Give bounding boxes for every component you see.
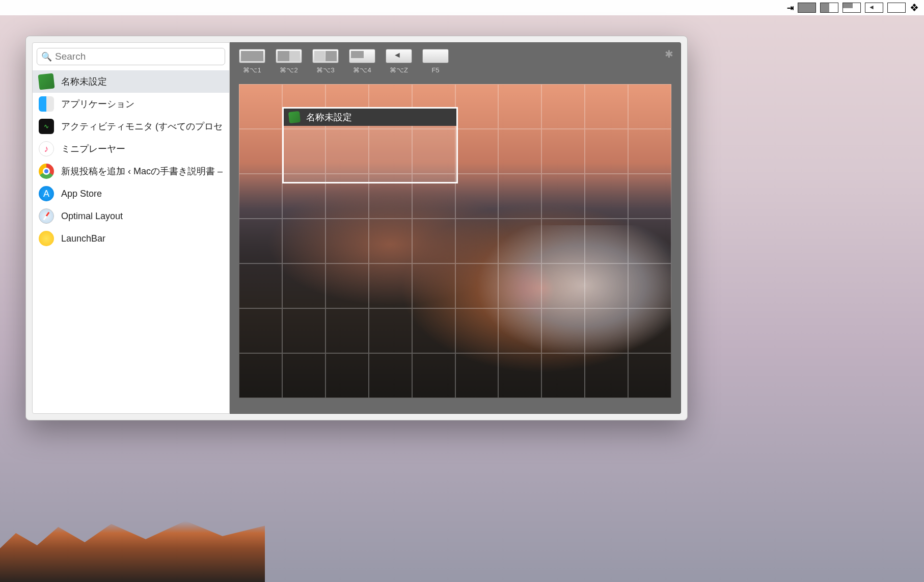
grid-cell[interactable] — [239, 308, 282, 353]
list-item[interactable]: 新規投稿を追加 ‹ Macの手書き説明書 – — [33, 160, 229, 182]
grid-cell[interactable] — [628, 174, 671, 219]
grid-cell[interactable] — [541, 353, 585, 398]
grid-cell[interactable] — [369, 219, 412, 263]
grid-cell[interactable] — [498, 308, 541, 353]
layout-corner-icon — [349, 49, 375, 63]
list-item[interactable]: ♪ミニプレーヤー — [33, 138, 229, 160]
sidebar: 🔍 名称未設定アプリケーション∿アクティビティモニタ (すべてのプロセ♪ミニプレ… — [32, 42, 230, 414]
grid-cell[interactable] — [369, 263, 412, 308]
layout-button-half[interactable]: ⌘⌥2 — [276, 49, 302, 74]
grid-cell[interactable] — [282, 353, 325, 398]
layout-shortcut-label: ⌘⌥3 — [316, 66, 334, 74]
arrow-to-bar-icon[interactable]: ⇥ — [787, 3, 794, 13]
menubar-layout-undo-icon[interactable] — [865, 3, 883, 13]
preview-selected-window[interactable]: 名称未設定 — [282, 107, 458, 183]
grid-cell[interactable] — [239, 263, 282, 308]
grid-cell[interactable] — [498, 84, 541, 129]
search-input[interactable] — [55, 51, 221, 62]
grid-cell[interactable] — [541, 174, 585, 219]
grid-cell[interactable] — [628, 129, 671, 174]
grid-cell[interactable] — [282, 219, 325, 263]
grid-cell[interactable] — [498, 129, 541, 174]
grid-cell[interactable] — [455, 129, 499, 174]
layout-button-corner[interactable]: ⌘⌥4 — [349, 49, 375, 74]
app-window: 🔍 名称未設定アプリケーション∿アクティビティモニタ (すべてのプロセ♪ミニプレ… — [25, 36, 688, 420]
grid-cell[interactable] — [498, 263, 541, 308]
layout-full-icon — [239, 49, 265, 63]
grid-cell[interactable] — [455, 174, 499, 219]
list-item[interactable]: Optimal Layout — [33, 205, 229, 227]
grid-cell[interactable] — [541, 308, 585, 353]
grid-cell[interactable] — [585, 353, 628, 398]
grid-cell[interactable] — [325, 308, 369, 353]
grid-cell[interactable] — [239, 219, 282, 263]
grid-cell[interactable] — [585, 308, 628, 353]
search-field[interactable]: 🔍 — [37, 48, 225, 65]
layout-shortcut-label: ⌘⌥Z — [390, 66, 408, 74]
grid-cell[interactable] — [325, 263, 369, 308]
grid-cell[interactable] — [412, 308, 455, 353]
grid-cell[interactable] — [369, 308, 412, 353]
grid-cell[interactable] — [412, 219, 455, 263]
list-item[interactable]: LaunchBar — [33, 227, 229, 250]
grid-cell[interactable] — [498, 353, 541, 398]
list-item[interactable]: ∿アクティビティモニタ (すべてのプロセ — [33, 115, 229, 138]
grid-cell[interactable] — [239, 174, 282, 219]
grid-cell[interactable] — [628, 353, 671, 398]
grid-cell[interactable] — [239, 129, 282, 174]
grid-cell[interactable] — [585, 129, 628, 174]
grid-cell[interactable] — [585, 263, 628, 308]
grid-cell[interactable] — [455, 308, 499, 353]
grid-cell[interactable] — [455, 263, 499, 308]
grid-cell[interactable] — [585, 174, 628, 219]
grid-cell[interactable] — [628, 308, 671, 353]
grid-cell[interactable] — [585, 219, 628, 263]
dropbox-icon[interactable]: ❖ — [910, 2, 919, 14]
grid-cell[interactable] — [412, 263, 455, 308]
grid-cell[interactable] — [369, 353, 412, 398]
grid-cell[interactable] — [628, 84, 671, 129]
screen-preview[interactable]: 名称未設定 — [239, 84, 671, 398]
layout-button-undo[interactable]: ⌘⌥Z — [386, 49, 412, 74]
grid-cell[interactable] — [628, 263, 671, 308]
menubar-layout-blank-icon[interactable] — [887, 3, 906, 13]
list-item-label: App Store — [61, 189, 102, 199]
menubar-layout-full-icon[interactable] — [798, 3, 816, 13]
grid-cell[interactable] — [282, 263, 325, 308]
list-item[interactable]: アプリケーション — [33, 93, 229, 115]
menubar-layout-half-icon[interactable] — [820, 3, 838, 13]
appstore-icon: A — [39, 186, 54, 201]
grid-cell[interactable] — [282, 308, 325, 353]
settings-gear-icon[interactable]: ✱ — [665, 48, 673, 60]
layout-button-halfr[interactable]: ⌘⌥3 — [312, 49, 339, 74]
activity-icon: ∿ — [39, 119, 54, 134]
grid-cell[interactable] — [498, 219, 541, 263]
layout-toolbar: ⌘⌥1⌘⌥2⌘⌥3⌘⌥4⌘⌥ZF5 — [230, 43, 681, 80]
grid-cell[interactable] — [455, 353, 499, 398]
launchbar-icon — [39, 231, 54, 246]
layout-button-blank[interactable]: F5 — [422, 49, 449, 74]
list-item-label: アプリケーション — [61, 98, 134, 110]
list-item[interactable]: 名称未設定 — [33, 70, 229, 93]
grid-cell[interactable] — [541, 129, 585, 174]
list-item-label: ミニプレーヤー — [61, 143, 125, 155]
grid-cell[interactable] — [628, 219, 671, 263]
grid-cell[interactable] — [412, 353, 455, 398]
grid-cell[interactable] — [541, 84, 585, 129]
search-icon: 🔍 — [41, 51, 52, 62]
grid-cell[interactable] — [455, 219, 499, 263]
grid-cell[interactable] — [585, 84, 628, 129]
grid-cell[interactable] — [498, 174, 541, 219]
menubar-layout-corner-icon[interactable] — [843, 3, 861, 13]
list-item-label: 新規投稿を追加 ‹ Macの手書き説明書 – — [61, 165, 223, 177]
grid-cell[interactable] — [541, 263, 585, 308]
layout-shortcut-label: ⌘⌥2 — [280, 66, 297, 74]
list-item[interactable]: AApp Store — [33, 182, 229, 205]
grid-cell[interactable] — [541, 219, 585, 263]
grid-cell[interactable] — [239, 353, 282, 398]
grid-cell[interactable] — [325, 353, 369, 398]
grid-cell[interactable] — [325, 219, 369, 263]
layout-button-full[interactable]: ⌘⌥1 — [239, 49, 265, 74]
grid-cell[interactable] — [455, 84, 499, 129]
grid-cell[interactable] — [239, 84, 282, 129]
